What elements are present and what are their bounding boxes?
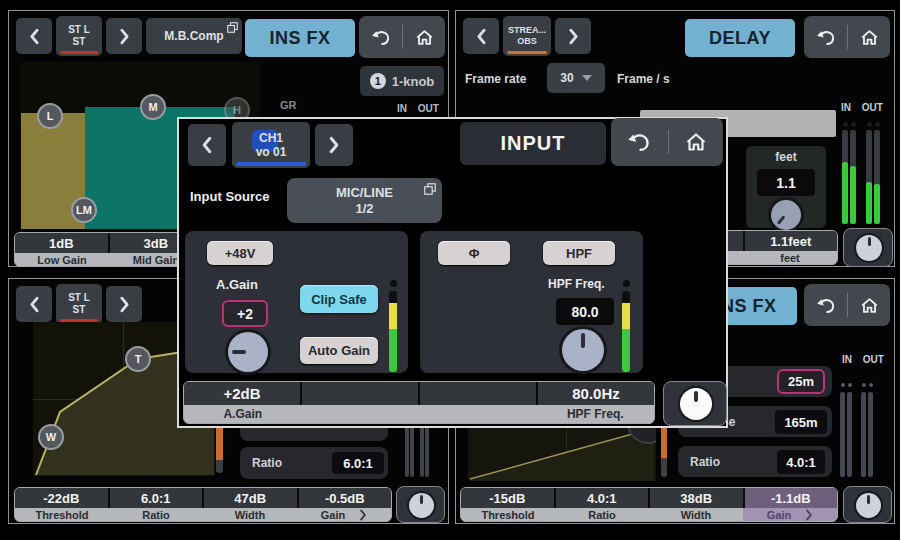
- peak-dot: [862, 383, 866, 387]
- channel-select-button[interactable]: ST L ST: [56, 16, 102, 56]
- in-out-label: IN OUT: [397, 103, 439, 114]
- touch-knob: [856, 493, 881, 518]
- auto-gain-button[interactable]: Auto Gain: [300, 337, 378, 364]
- next-channel-button[interactable]: [106, 286, 142, 322]
- frame-rate-label: Frame rate: [465, 72, 526, 86]
- hpf-freq-value[interactable]: 80.0: [556, 298, 614, 325]
- param-cell-width[interactable]: 38dB: [650, 488, 743, 508]
- triangle-down-icon: [582, 75, 592, 81]
- release-row-value[interactable]: 165m: [775, 410, 827, 434]
- frame-rate-dropdown[interactable]: 30: [547, 63, 605, 93]
- next-channel-button[interactable]: [555, 18, 591, 54]
- param-cell-3[interactable]: [420, 382, 536, 405]
- again-knob[interactable]: [228, 332, 268, 372]
- home-button[interactable]: [685, 132, 707, 152]
- peak-dot: [623, 280, 630, 287]
- param-label: Width: [203, 508, 297, 521]
- prev-channel-button[interactable]: [16, 18, 52, 54]
- hpf-freq-knob[interactable]: [562, 329, 604, 371]
- next-channel-button[interactable]: [106, 18, 142, 54]
- input-source-button[interactable]: MIC/LINE 1/2: [287, 178, 442, 223]
- home-button[interactable]: [860, 297, 879, 314]
- param-label: A.Gain: [184, 405, 302, 423]
- undo-button[interactable]: [371, 29, 391, 46]
- ratio-row[interactable]: Ratio 6.0:1: [240, 447, 388, 479]
- one-knob-button[interactable]: 1 1-knob: [360, 66, 444, 96]
- param-cell-2[interactable]: [302, 382, 418, 405]
- nav-group: [804, 16, 890, 58]
- meter-out-r: [868, 392, 873, 477]
- hpf-button[interactable]: HPF: [543, 241, 615, 265]
- param-cell-gain-selected[interactable]: -1.1dB: [745, 488, 838, 508]
- again-value[interactable]: +2: [222, 300, 268, 327]
- param-label: feet: [743, 251, 837, 264]
- touch-knob-button[interactable]: [843, 228, 893, 267]
- phase-button[interactable]: Φ: [438, 241, 510, 265]
- param-footer: -22dB 6.0:1 47dB -0.5dB Threshold Ratio …: [14, 487, 392, 522]
- band-marker-l[interactable]: L: [37, 103, 63, 129]
- chevron-right-icon: [119, 296, 130, 313]
- gr-label: GR: [280, 99, 297, 111]
- feet-knob[interactable]: [771, 200, 801, 230]
- feet-value[interactable]: 1.1: [757, 169, 815, 196]
- popup-prev-channel-button[interactable]: [188, 124, 226, 166]
- param-cell-lowgain[interactable]: 1dB: [15, 233, 108, 253]
- frame-unit-label: Frame / s: [617, 72, 670, 86]
- phantom-48v-button[interactable]: +48V: [207, 241, 273, 265]
- param-label: Low Gain: [15, 253, 109, 266]
- band-marker-m[interactable]: M: [140, 94, 166, 120]
- popup-next-channel-button[interactable]: [315, 124, 353, 166]
- attack-row-value[interactable]: 25m: [777, 369, 825, 394]
- channel-name2: OBS: [517, 36, 537, 47]
- page-title-insfx: INS FX: [245, 19, 355, 57]
- band-marker-lm[interactable]: LM: [71, 197, 97, 223]
- param-cell-threshold[interactable]: -22dB: [15, 488, 108, 508]
- popup-title-input: INPUT: [460, 122, 606, 165]
- param-cell-threshold[interactable]: -15dB: [461, 488, 554, 508]
- param-cell-gain[interactable]: -0.5dB: [299, 488, 392, 508]
- param-label: Ratio: [109, 508, 203, 521]
- meter-in-r: [847, 392, 852, 477]
- touch-knob-button[interactable]: [396, 486, 445, 523]
- undo-button[interactable]: [816, 29, 836, 46]
- meter-out-l: [861, 392, 866, 477]
- meter-out-l: [866, 130, 872, 224]
- channel-select-button[interactable]: STREA... OBS: [503, 16, 551, 56]
- copy-icon: [227, 22, 238, 33]
- peak-dot: [869, 383, 873, 387]
- touch-knob: [680, 388, 712, 420]
- home-icon: [415, 29, 434, 46]
- param-cell-ratio[interactable]: 6.0:1: [110, 488, 203, 508]
- threshold-marker[interactable]: T: [125, 346, 151, 372]
- param-cell-width[interactable]: 47dB: [204, 488, 297, 508]
- popup-touch-knob-button[interactable]: [663, 381, 727, 426]
- param-cell-again[interactable]: +2dB: [184, 382, 300, 405]
- touch-knob-button[interactable]: [843, 486, 892, 523]
- input-source-label: Input Source: [190, 189, 269, 204]
- param-cell-ratio[interactable]: 4.0:1: [556, 488, 649, 508]
- peak-dot: [841, 383, 845, 387]
- divider: [402, 25, 403, 49]
- prev-channel-button[interactable]: [16, 286, 52, 322]
- param-cell-hpffreq[interactable]: 80.0Hz: [538, 382, 654, 405]
- undo-button[interactable]: [816, 297, 836, 314]
- channel-name: ST L: [68, 24, 90, 36]
- effect-type-button[interactable]: M.B.Comp: [146, 18, 242, 54]
- width-marker[interactable]: W: [38, 424, 64, 450]
- gr-meter: [661, 425, 667, 477]
- undo-button[interactable]: [627, 132, 651, 152]
- clip-safe-button[interactable]: Clip Safe: [300, 285, 378, 313]
- home-button[interactable]: [860, 29, 879, 46]
- ratio-row[interactable]: Ratio 4.0:1: [678, 446, 832, 477]
- one-knob-label: 1-knob: [392, 74, 435, 89]
- prev-channel-button[interactable]: [463, 18, 499, 54]
- param-label: [419, 405, 537, 423]
- chevron-left-icon: [201, 136, 213, 154]
- channel-select-button[interactable]: ST L ST: [56, 284, 102, 324]
- channel-name2: vo 01: [256, 145, 287, 159]
- home-button[interactable]: [415, 29, 434, 46]
- divider: [668, 130, 669, 154]
- ratio-row-value[interactable]: 4.0:1: [777, 450, 825, 474]
- param-cell-feet[interactable]: 1.1feet: [745, 231, 838, 251]
- popup-channel-select-button[interactable]: CH1 vo 01: [232, 122, 310, 168]
